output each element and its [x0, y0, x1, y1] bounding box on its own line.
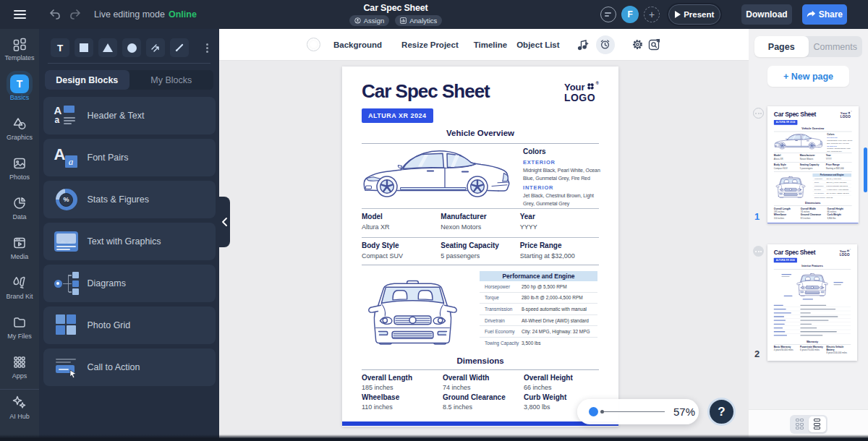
- present-button[interactable]: Present: [668, 4, 720, 25]
- undo-icon[interactable]: [49, 9, 61, 20]
- tab-my-blocks[interactable]: My Blocks: [129, 70, 214, 90]
- top-bar: Live editing mode Online Car Spec Sheet …: [0, 0, 868, 29]
- text-tool[interactable]: T: [51, 38, 69, 57]
- block-stats-figures[interactable]: % Stats & Figures: [43, 181, 216, 218]
- basics-icon: T: [10, 74, 29, 93]
- call-to-action-icon: [54, 355, 79, 380]
- car-side-drawing: [774, 133, 823, 149]
- diagrams-icon: [54, 271, 79, 296]
- timeline-button[interactable]: Timeline: [474, 40, 507, 49]
- sidebar-item-media[interactable]: Media: [0, 228, 39, 267]
- triangle-tool[interactable]: [98, 38, 117, 57]
- block-call-to-action[interactable]: Call to Action: [43, 348, 216, 386]
- sidebar-item-data[interactable]: Data: [0, 188, 39, 228]
- exterior-text: Midnight Black, Pearl White, Ocean Blue,…: [523, 166, 604, 182]
- redo-icon[interactable]: [69, 9, 81, 20]
- avatar[interactable]: F: [621, 6, 639, 23]
- timer-button[interactable]: [596, 35, 615, 54]
- ai-hub-icon: [12, 395, 27, 411]
- tab-pages[interactable]: Pages: [754, 36, 809, 57]
- view-toggle: [790, 415, 827, 434]
- zoom-percentage: 57%: [673, 406, 695, 418]
- background-color-swatch[interactable]: [307, 38, 320, 51]
- sidebar-item-graphics[interactable]: Graphics: [0, 108, 39, 148]
- timer-icon: [600, 39, 610, 50]
- sidebar-item-apps[interactable]: Apps: [0, 347, 39, 387]
- dimensions-title: Dimensions: [767, 202, 859, 205]
- tab-design-blocks[interactable]: Design Blocks: [45, 70, 129, 90]
- sidebar-item-basics[interactable]: T Basics: [0, 69, 39, 108]
- circle-tool[interactable]: [122, 38, 141, 57]
- canvas-area: Background Resize Project Timeline Objec…: [219, 29, 749, 441]
- car-side-drawing: [362, 149, 511, 198]
- block-diagrams[interactable]: Diagrams: [43, 265, 216, 302]
- sidebar-item-myfiles[interactable]: My Files: [0, 307, 39, 347]
- pages-panel-footer: [749, 409, 868, 438]
- pages-scrollbar[interactable]: [864, 147, 867, 192]
- sidebar-item-brandkit[interactable]: Brand Kit: [0, 267, 39, 307]
- doc-title: Car Spec Sheet: [774, 111, 816, 118]
- square-tool[interactable]: [75, 38, 93, 57]
- car-front-drawing: [362, 278, 464, 347]
- block-font-pairs[interactable]: A a Font Pairs: [43, 139, 216, 176]
- download-button[interactable]: Download: [741, 4, 791, 25]
- help-button[interactable]: ?: [707, 398, 736, 426]
- logo-mark-icon: [587, 82, 595, 90]
- draw-tool[interactable]: [170, 38, 189, 57]
- performance-table: Performance and Engine Horsepower250 hp …: [812, 174, 851, 199]
- more-tools-icon[interactable]: [206, 43, 208, 53]
- design-blocks-panel: T Design Blocks My Blocks A a: [39, 29, 219, 441]
- resize-project-button[interactable]: Resize Project: [401, 40, 459, 49]
- line-tool[interactable]: [146, 38, 165, 57]
- block-header-text[interactable]: A a Header & Text: [43, 97, 216, 134]
- object-list-button[interactable]: Object List: [516, 40, 559, 49]
- grid-view-button[interactable]: [791, 416, 809, 432]
- spec-row-2: Body StyleCompact SUV Seating Capacity5 …: [774, 163, 852, 171]
- settings-gear-icon[interactable]: [631, 38, 644, 51]
- left-sidebar: Templates T Basics Graphics Photos Data: [0, 29, 39, 441]
- collapse-panel-button[interactable]: [219, 197, 230, 247]
- project-title[interactable]: Car Spec Sheet: [334, 3, 457, 13]
- app-window: Live editing mode Online Car Spec Sheet …: [0, 0, 868, 441]
- share-icon: [807, 10, 816, 19]
- apps-icon: [12, 354, 27, 370]
- list-view-button[interactable]: [809, 416, 826, 432]
- logo-mark-icon: [848, 111, 851, 114]
- doc-footer-stripe: [342, 421, 618, 426]
- canvas-toolbar: Background Resize Project Timeline Objec…: [219, 29, 749, 61]
- page-1-thumbnail[interactable]: Car Spec Sheet Your ® LOGO ALTURA XR 202…: [767, 106, 859, 223]
- page-2-drag-handle[interactable]: [753, 246, 764, 257]
- photos-icon: [12, 155, 27, 171]
- preview-search-icon[interactable]: [648, 38, 660, 51]
- assign-button[interactable]: Assign: [349, 15, 390, 26]
- cursor-icon: [69, 369, 77, 378]
- comments-icon[interactable]: [600, 7, 616, 22]
- graphics-icon: [12, 116, 27, 132]
- block-photo-grid[interactable]: Photo Grid: [43, 307, 216, 344]
- document-page[interactable]: Car Spec Sheet Your ® LOGO ALTURA XR 202…: [342, 67, 618, 427]
- font-pairs-icon: A a: [54, 145, 79, 170]
- page-1-drag-handle[interactable]: [753, 108, 764, 119]
- header-text-icon: A a: [54, 103, 79, 128]
- chevron-left-icon: [222, 218, 227, 226]
- sidebar-item-templates[interactable]: Templates: [0, 29, 39, 69]
- window-bottom-edge: [0, 434, 868, 441]
- zoom-slider-track[interactable]: [604, 411, 665, 412]
- analytics-button[interactable]: Analytics: [395, 15, 442, 26]
- tab-comments[interactable]: Comments: [809, 36, 863, 57]
- sidebar-item-photos[interactable]: Photos: [0, 148, 39, 188]
- sidebar-item-aihub[interactable]: AI Hub: [0, 389, 39, 441]
- document-page[interactable]: Car Spec Sheet Your ® LOGO ALTURA XR 202…: [767, 106, 859, 223]
- zoom-slider-thumb[interactable]: [589, 407, 598, 416]
- menu-icon[interactable]: [0, 0, 39, 29]
- online-status: Online: [169, 9, 197, 20]
- add-music-icon[interactable]: [576, 38, 590, 51]
- new-page-button[interactable]: + New page: [767, 66, 849, 87]
- add-collaborator-icon[interactable]: +: [644, 7, 660, 22]
- page-2-thumbnail[interactable]: Car Spec Sheet Your ® LOGO ALTURA XR 202…: [767, 244, 857, 361]
- car-front-drawing: [774, 176, 807, 199]
- share-button[interactable]: Share: [802, 4, 847, 25]
- block-text-graphics[interactable]: Text with Graphics: [43, 223, 216, 260]
- background-button[interactable]: Background: [333, 40, 382, 49]
- photo-grid-icon: [54, 313, 79, 338]
